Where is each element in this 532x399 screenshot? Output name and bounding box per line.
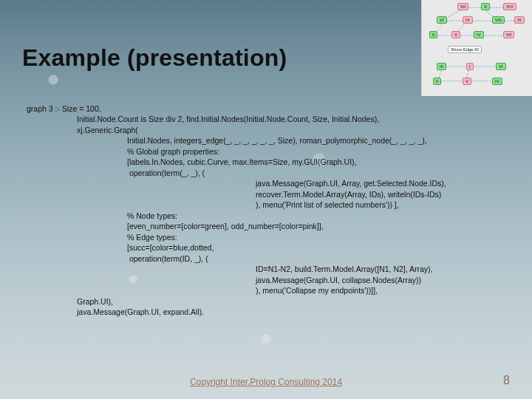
code-line: graph 3 :- Size = 100, xyxy=(27,103,488,114)
code-line: recover.Term.Model.Array(Array, IDs), wr… xyxy=(27,189,488,200)
code-line: java.Message(Graph.UI, Array, get.Select… xyxy=(27,178,488,188)
code-line: Initial.Nodes, integers_edge(_, _, _, _,… xyxy=(27,135,488,146)
code-block: graph 3 :- Size = 100, Initial.Node.Coun… xyxy=(27,103,488,318)
code-line: operation(term(_, _), ( xyxy=(27,168,488,178)
code-line: % Edge types: xyxy=(27,232,488,242)
page-number: 8 xyxy=(503,374,510,387)
code-line: xj.Generic.Graph( xyxy=(27,125,488,135)
footer-copyright: Copyright Inter.Prolog Consulting 2014 xyxy=(190,377,342,387)
code-line: % Node types: xyxy=(27,211,488,221)
code-line: ), menu('Collapse my endpoints'))]], xyxy=(27,285,488,296)
code-line: Graph.UI), xyxy=(27,296,488,307)
code-line: java.Message(Graph.UI, collapse.Nodes(Ar… xyxy=(27,275,488,285)
code-line: ), menu('Print list of selected numbers'… xyxy=(27,200,488,210)
code-line: java.Message(Graph.UI, expand.All). xyxy=(27,307,488,317)
code-line: Initial.Node.Count is Size div 2, find.I… xyxy=(27,114,488,124)
slide-title: Example (presentation) xyxy=(22,44,287,72)
code-line: [even_number=[color=green], odd_number=[… xyxy=(27,221,488,231)
code-line: ID=N1-N2, build.Term.Model.Array([N1, N2… xyxy=(27,264,488,274)
code-line: [labels.In.Nodes, cubic.Curve, max.Items… xyxy=(27,157,488,167)
slide: Example (presentation) graph 3 :- Size =… xyxy=(0,0,532,399)
code-line: [succ=[color=blue,dotted, xyxy=(27,242,488,253)
code-line: operation(term(ID, _), ( xyxy=(27,253,488,264)
code-line: % Global graph properties: xyxy=(27,146,488,157)
